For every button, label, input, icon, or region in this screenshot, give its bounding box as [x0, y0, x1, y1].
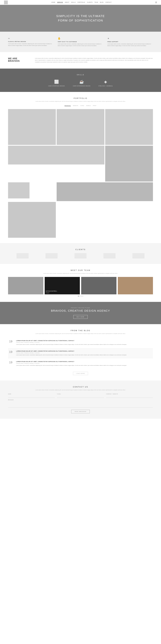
team-card-image: [81, 277, 116, 294]
blog-section: FROM THE BLOG Lorem ipsum dolor sit amet…: [0, 324, 161, 380]
client-logo: [104, 253, 116, 258]
blog-title: FROM THE BLOG: [8, 330, 153, 332]
load-more-button[interactable]: LOAD MORE: [73, 372, 88, 375]
feature-item: ∞ CLEAN & RETINA DESIGN Lorem ipsum dolo…: [8, 37, 54, 47]
message-label: MESSAGE: [8, 400, 153, 400]
team-subtitle: Lorem ipsum dolor sit amet, consectetur …: [8, 273, 153, 274]
nav-links: HOME SERVICE ABOUT SKILLS PORTFOLIO CLIE…: [52, 2, 112, 3]
menu-icon[interactable]: ☰: [155, 1, 157, 4]
name-label: NAME: [8, 394, 55, 394]
contact-subtitle: Lorem ipsum dolor sit amet, consectetur …: [8, 389, 153, 391]
portfolio-item[interactable]: [8, 109, 56, 145]
form-group-message: MESSAGE: [8, 400, 153, 408]
ux-icon: ☕: [73, 80, 90, 84]
contact-form: NAME E-MAIL COMPANY / WEBSITE MESSAGE SE…: [8, 394, 153, 413]
filter-icons[interactable]: ICONS: [80, 105, 84, 106]
blog-post: 19 LOREM IPSUM DOLOR SIT AMET, CONSECTET…: [8, 358, 153, 369]
nav-portfolio[interactable]: PORTFOLIO: [78, 2, 85, 3]
filter-branding[interactable]: BRANDING: [64, 105, 71, 106]
message-input[interactable]: [8, 401, 153, 408]
carousel-dot-2[interactable]: [80, 296, 80, 296]
skill-item-code: ◈ HTML/CSS + ADOBE(S): [98, 80, 113, 86]
pricing-section: PROJECT PRICING PLANS BRAVOOS, CREATIVE …: [0, 302, 161, 324]
nav-blog[interactable]: BLOG: [100, 2, 104, 3]
filter-mobile[interactable]: MOBILE: [86, 105, 91, 106]
clients-logos: [8, 253, 153, 258]
weare-section: WE ARE BRAVOOS Lorem ipsum dolor sit ame…: [0, 52, 161, 68]
team-card-3: [81, 277, 116, 294]
portfolio-item[interactable]: [8, 146, 104, 164]
feature-text: Lorem ipsum dolor sit amet, consectetur …: [8, 43, 54, 46]
blog-post-text: Lorem ipsum dolor sit amet, consectetur …: [16, 354, 153, 356]
team-title: MEET OUR TEAM: [8, 269, 153, 271]
portfolio-item[interactable]: [105, 146, 153, 182]
form-row-2: MESSAGE: [8, 400, 153, 408]
hero-section: SIMPLICITY IS THE ULTIMATE FORM OF SOPHI…: [0, 5, 161, 32]
email-input[interactable]: [57, 395, 104, 398]
features-section: ∞ CLEAN & RETINA DESIGN Lorem ipsum dolo…: [0, 32, 161, 52]
form-group-company: COMPANY / WEBSITE: [106, 394, 153, 398]
client-logo: [16, 253, 28, 258]
blog-post-meta: Posted by: Admin • Photoshop • Branding …: [16, 352, 153, 354]
feature-title: CLEAN & RETINA DESIGN: [8, 41, 54, 42]
star-icon: ✦: [107, 37, 153, 40]
team-carousel-dots: [8, 296, 153, 296]
skill-item-ux: ☕ USER EXPERIENCE DESIGN: [73, 80, 90, 86]
portfolio-item[interactable]: [105, 109, 153, 145]
form-row-1: NAME E-MAIL COMPANY / WEBSITE: [8, 394, 153, 398]
weare-title: WE ARE BRAVOOS: [8, 58, 30, 62]
carousel-dot-3[interactable]: [81, 296, 82, 296]
filter-print[interactable]: PRINT: [93, 105, 96, 106]
nav-contact[interactable]: CONTACT: [106, 2, 112, 3]
blog-more: LOAD MORE: [8, 372, 153, 375]
portfolio-item[interactable]: [8, 182, 30, 198]
team-card-2: NATHAN BATRELL Designer: [45, 277, 80, 294]
skill-label-ux: USER EXPERIENCE DESIGN: [73, 85, 90, 86]
blog-date: 19: [8, 361, 14, 364]
filter-website[interactable]: WEBSITE: [73, 105, 78, 106]
pricing-label: PROJECT PRICING PLANS: [8, 307, 153, 308]
feature-item: ✦ FREE SUPPORT Lorem ipsum dolor sit ame…: [107, 37, 153, 47]
blog-posts: 19 LOREM IPSUM DOLOR SIT AMET, CONSECTET…: [8, 337, 153, 369]
blog-post-title: LOREM IPSUM DOLOR SIT AMET, CONSECTETUR …: [16, 340, 153, 341]
blog-post-text: Lorem ipsum dolor sit amet, consectetur …: [16, 365, 153, 366]
team-card-image: [118, 277, 153, 294]
name-input[interactable]: [8, 395, 55, 398]
send-message-button[interactable]: SEND MESSAGE: [71, 410, 90, 413]
nav-home[interactable]: HOME: [52, 2, 55, 3]
blog-post-content: LOREM IPSUM DOLOR SIT AMET, CONSECTETUR …: [16, 361, 153, 366]
contact-title: CONTACT US: [8, 386, 153, 388]
nav-team[interactable]: TEAM: [94, 2, 98, 3]
team-section: MEET OUR TEAM Lorem ipsum dolor sit amet…: [0, 264, 161, 302]
buy-now-button[interactable]: BUY NOW: [74, 315, 88, 319]
nav-service[interactable]: SERVICE: [57, 2, 63, 3]
weare-text: Lorem ipsum dolor sit amet, consectetur …: [35, 58, 153, 63]
portfolio-item[interactable]: [56, 109, 104, 145]
nav-skills[interactable]: SKILLS: [71, 2, 76, 3]
portfolio-item[interactable]: [8, 202, 56, 238]
company-input[interactable]: [106, 395, 153, 398]
nav-about[interactable]: ABOUT: [65, 2, 69, 3]
hero-title: SIMPLICITY IS THE ULTIMATE FORM OF SOPHI…: [56, 14, 105, 23]
nav-clients[interactable]: CLIENTS: [87, 2, 92, 3]
blog-post-title: LOREM IPSUM DOLOR SIT AMET, CONSECTETUR …: [16, 361, 153, 362]
carousel-dot-4[interactable]: [82, 296, 83, 296]
clients-section: CLIENTS: [0, 243, 161, 264]
client-logo: [74, 253, 86, 258]
blog-post-title: LOREM IPSUM DOLOR SIT AMET, CONSECTETUR …: [16, 350, 153, 352]
client-logo: [46, 253, 58, 258]
team-cards: NATHAN BATRELL Designer: [8, 277, 153, 294]
logo[interactable]: [4, 0, 8, 4]
blog-subtitle: Lorem ipsum dolor sit amet, consectetur …: [8, 333, 153, 334]
blog-post-meta: Posted by: Admin • Photoshop • Branding …: [16, 342, 153, 343]
hand-icon: ✋: [58, 37, 103, 40]
portfolio-section: PORTFOLIO Lorem ipsum dolor sit amet, co…: [0, 92, 161, 243]
blog-post: 19 LOREM IPSUM DOLOR SIT AMET, CONSECTET…: [8, 337, 153, 348]
blog-post-content: LOREM IPSUM DOLOR SIT AMET, CONSECTETUR …: [16, 350, 153, 356]
team-card-image: [8, 277, 43, 294]
navbar: HOME SERVICE ABOUT SKILLS PORTFOLIO CLIE…: [0, 0, 161, 5]
email-label: E-MAIL: [57, 394, 104, 394]
portfolio-item[interactable]: [56, 182, 153, 201]
carousel-dot-1[interactable]: [78, 296, 79, 296]
portfolio-title: PORTFOLIO: [8, 97, 153, 99]
